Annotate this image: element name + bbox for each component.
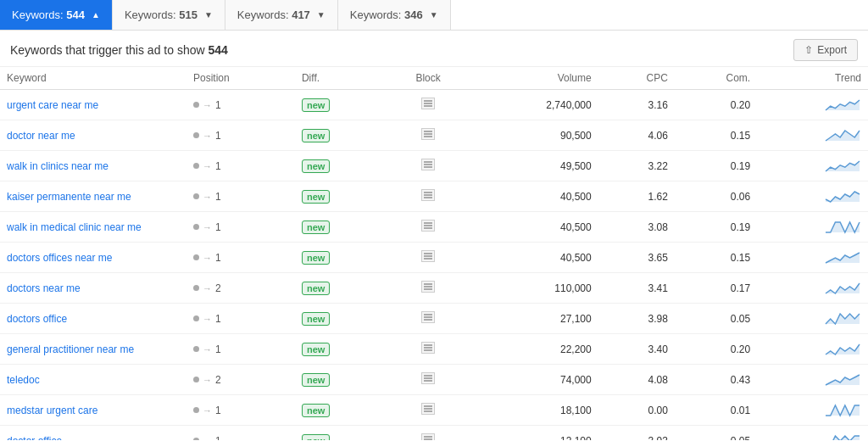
diff-cell-2: new — [295, 151, 387, 181]
pos-dot — [193, 407, 199, 413]
tab-label-1: Keywords: 515 — [125, 8, 198, 21]
col-header-keyword: Keyword — [0, 67, 186, 90]
pos-num: 1 — [215, 252, 221, 264]
tab-2[interactable]: Keywords: 417▼ — [225, 0, 338, 30]
keyword-cell-1[interactable]: doctor near me — [0, 120, 186, 151]
position-cell-3: →1 — [186, 181, 295, 212]
trend-cell-10 — [757, 395, 868, 426]
pos-num: 1 — [215, 435, 221, 441]
arrow-icon: → — [203, 314, 212, 324]
keyword-cell-0[interactable]: urgent care near me — [0, 90, 186, 120]
table-row: doctors offices near me→1new40,5003.650.… — [0, 243, 868, 273]
diff-badge: new — [302, 282, 330, 295]
pos-num: 1 — [215, 99, 221, 111]
chevron-icon-0: ▲ — [92, 10, 100, 20]
tab-3[interactable]: Keywords: 346▼ — [338, 0, 451, 30]
diff-cell-9: new — [295, 365, 387, 395]
keyword-cell-9[interactable]: teledoc — [0, 365, 186, 395]
pos-num: 2 — [215, 374, 221, 386]
col-header-diff: Diff. — [295, 67, 387, 90]
keywords-table-container[interactable]: KeywordPositionDiff.BlockVolumeCPCCom.Tr… — [0, 67, 868, 440]
com-cell-6: 0.17 — [675, 273, 757, 304]
tab-label-3: Keywords: 346 — [350, 8, 423, 21]
block-cell-6 — [387, 273, 470, 304]
diff-badge: new — [302, 190, 330, 204]
cpc-cell-1: 4.06 — [598, 120, 675, 151]
keyword-cell-5[interactable]: doctors offices near me — [0, 243, 186, 273]
diff-cell-4: new — [295, 212, 387, 243]
tab-1[interactable]: Keywords: 515▼ — [113, 0, 225, 30]
arrow-icon: → — [203, 283, 212, 293]
com-cell-0: 0.20 — [675, 90, 757, 120]
arrow-icon: → — [203, 253, 212, 263]
pos-dot — [193, 315, 199, 321]
keyword-cell-2[interactable]: walk in clinics near me — [0, 151, 186, 181]
cpc-cell-8: 3.40 — [598, 334, 675, 365]
block-icon — [421, 98, 435, 109]
volume-cell-0: 2,740,000 — [470, 90, 598, 120]
position-cell-7: →1 — [186, 304, 295, 334]
arrow-icon: → — [203, 131, 212, 141]
pos-num: 1 — [215, 343, 221, 355]
diff-badge: new — [302, 343, 330, 356]
keyword-cell-10[interactable]: medstar urgent care — [0, 395, 186, 426]
diff-cell-5: new — [295, 243, 387, 273]
pos-num: 1 — [215, 221, 221, 233]
cpc-cell-5: 3.65 — [598, 243, 675, 273]
position-cell-2: →1 — [186, 151, 295, 181]
table-body: urgent care near me→1new2,740,0003.160.2… — [0, 90, 868, 441]
pos-num: 2 — [215, 282, 221, 294]
com-cell-4: 0.19 — [675, 212, 757, 243]
arrow-icon: → — [203, 405, 212, 416]
com-cell-3: 0.06 — [675, 181, 757, 212]
keyword-cell-6[interactable]: doctors near me — [0, 273, 186, 304]
diff-badge: new — [302, 434, 330, 441]
volume-cell-5: 40,500 — [470, 243, 598, 273]
volume-cell-7: 27,100 — [470, 304, 598, 334]
diff-badge: new — [302, 404, 330, 417]
volume-cell-9: 74,000 — [470, 365, 598, 395]
arrow-icon: → — [203, 161, 212, 171]
export-label: Export — [817, 44, 847, 56]
trend-cell-2 — [757, 151, 868, 181]
tab-bar: Keywords: 544▲Keywords: 515▼Keywords: 41… — [0, 0, 868, 31]
volume-cell-10: 18,100 — [470, 395, 598, 426]
com-cell-5: 0.15 — [675, 243, 757, 273]
trend-cell-4 — [757, 212, 868, 243]
tab-0[interactable]: Keywords: 544▲ — [0, 0, 113, 30]
trend-cell-1 — [757, 120, 868, 151]
com-cell-7: 0.05 — [675, 304, 757, 334]
export-icon: ⇧ — [804, 44, 813, 56]
diff-cell-1: new — [295, 120, 387, 151]
com-cell-2: 0.19 — [675, 151, 757, 181]
block-icon — [421, 403, 435, 415]
position-cell-1: →1 — [186, 120, 295, 151]
cpc-cell-7: 3.98 — [598, 304, 675, 334]
chevron-icon-1: ▼ — [204, 10, 213, 20]
keyword-cell-4[interactable]: walk in medical clinic near me — [0, 212, 186, 243]
keyword-cell-3[interactable]: kaiser permanente near me — [0, 181, 186, 212]
position-cell-0: →1 — [186, 90, 295, 120]
volume-cell-2: 49,500 — [470, 151, 598, 181]
export-button[interactable]: ⇧ Export — [793, 39, 858, 61]
block-cell-4 — [387, 212, 470, 243]
block-cell-1 — [387, 120, 470, 151]
keywords-table: KeywordPositionDiff.BlockVolumeCPCCom.Tr… — [0, 67, 868, 440]
cpc-cell-6: 3.41 — [598, 273, 675, 304]
keyword-cell-8[interactable]: general practitioner near me — [0, 334, 186, 365]
block-icon — [421, 189, 435, 201]
keyword-cell-11[interactable]: doctor office — [0, 426, 186, 441]
block-icon — [421, 311, 435, 323]
table-title: Keywords that trigger this ad to show 54… — [10, 43, 228, 57]
diff-badge: new — [302, 251, 330, 265]
svg-marker-1 — [826, 131, 860, 141]
keyword-cell-7[interactable]: doctors office — [0, 304, 186, 334]
cpc-cell-2: 3.22 — [598, 151, 675, 181]
col-header-trend: Trend — [757, 67, 868, 90]
arrow-icon: → — [203, 100, 212, 110]
tab-label-2: Keywords: 417 — [237, 8, 310, 21]
block-icon — [421, 281, 435, 293]
trend-cell-9 — [757, 365, 868, 395]
com-cell-8: 0.20 — [675, 334, 757, 365]
block-cell-8 — [387, 334, 470, 365]
